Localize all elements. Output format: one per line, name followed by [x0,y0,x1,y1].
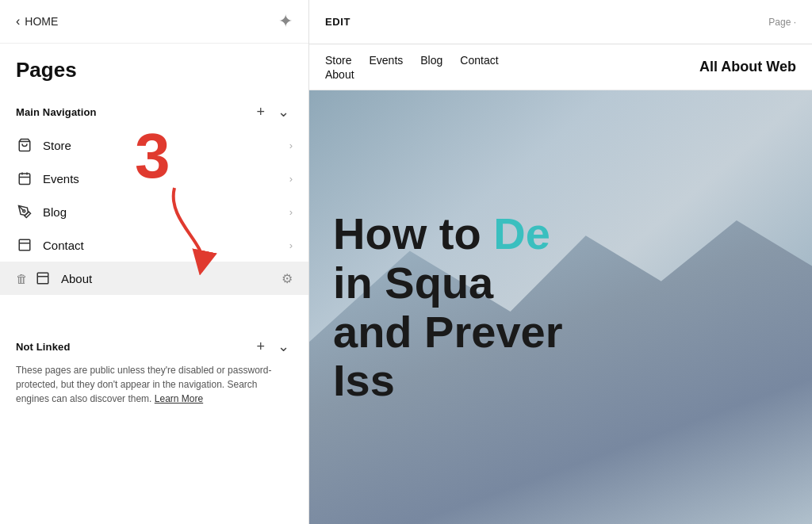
trash-icon: 🗑 [16,272,28,285]
contact-chevron-icon: › [289,239,293,251]
not-linked-description: These pages are public unless they're di… [16,363,293,406]
not-linked-actions: + ⌄ [253,338,293,355]
svg-rect-8 [37,273,48,284]
gear-icon[interactable]: ⚙ [282,271,293,286]
site-brand: All About Web [699,59,796,75]
not-linked-header: Not Linked + ⌄ [16,338,293,355]
store-chevron-icon: › [289,140,293,151]
blog-chevron-icon: › [289,206,293,218]
main-nav-actions: + ⌄ [253,103,293,120]
not-linked-section: Not Linked + ⌄ These pages are public un… [0,327,308,406]
nav-item-about[interactable]: 🗑 About ⚙ [0,262,308,295]
chevron-left-icon: ‹ [16,14,20,29]
svg-rect-1 [19,174,30,185]
add-page-button[interactable]: + [253,103,268,120]
blog-label: Blog [43,205,289,219]
page-info: Page · [768,17,796,28]
svg-rect-6 [19,239,30,251]
events-icon [16,170,33,187]
nav-link-contact[interactable]: Contact [460,54,498,67]
back-home-label: HOME [25,15,58,28]
hero-area: How to De in Squa and Prever Iss [309,90,812,524]
site-nav-bar: Store Events Blog Contact About All Abou… [309,44,812,90]
not-linked-title: Not Linked [16,341,70,353]
nav-link-store[interactable]: Store [325,54,351,67]
store-icon [16,136,33,154]
nav-link-blog[interactable]: Blog [420,54,442,67]
site-nav-links: Store Events Blog Contact About [325,54,499,81]
nav-item-contact[interactable]: Contact › [0,228,308,262]
events-label: Events [43,172,289,186]
left-panel: ‹ HOME ✦ Pages Main Navigation + ⌄ Store… [0,0,309,524]
store-label: Store [43,139,289,152]
about-icon [34,270,52,287]
contact-icon [16,236,33,254]
collapse-not-linked-button[interactable]: ⌄ [274,338,293,355]
back-home-button[interactable]: ‹ HOME [16,14,58,29]
blog-icon [16,203,33,220]
nav-item-store[interactable]: Store › [0,128,308,162]
learn-more-link[interactable]: Learn More [155,393,203,404]
about-label: About [61,272,282,285]
right-panel: EDIT Page · Store Events Blog Contact Ab… [309,0,812,524]
nav-item-events[interactable]: Events › [0,162,308,195]
events-chevron-icon: › [289,173,293,185]
hero-text: How to De in Squa and Prever Iss [333,209,563,404]
nav-link-events[interactable]: Events [369,54,403,67]
contact-label: Contact [43,239,289,252]
svg-point-5 [23,210,25,212]
edit-label: EDIT [325,16,350,28]
hero-heading-line3: and Prever [333,308,563,357]
nav-items-list: Store › Events › Blog [0,128,308,295]
top-bar: ‹ HOME ✦ [0,0,308,44]
collapse-button[interactable]: ⌄ [274,103,293,120]
hero-heading-line4: Iss [333,356,563,405]
hero-heading-line1: How to De [333,209,563,258]
main-nav-title: Main Navigation [16,106,97,118]
hero-heading-line2: in Squa [333,258,563,308]
sparkle-icon[interactable]: ✦ [278,11,293,32]
add-not-linked-button[interactable]: + [253,338,268,355]
pages-title: Pages [0,44,308,90]
main-nav-section-header: Main Navigation + ⌄ [0,95,308,128]
edit-bar: EDIT Page · [309,0,812,44]
nav-link-about[interactable]: About [325,68,354,81]
nav-item-blog[interactable]: Blog › [0,195,308,228]
hero-teal-text: De [493,208,550,258]
